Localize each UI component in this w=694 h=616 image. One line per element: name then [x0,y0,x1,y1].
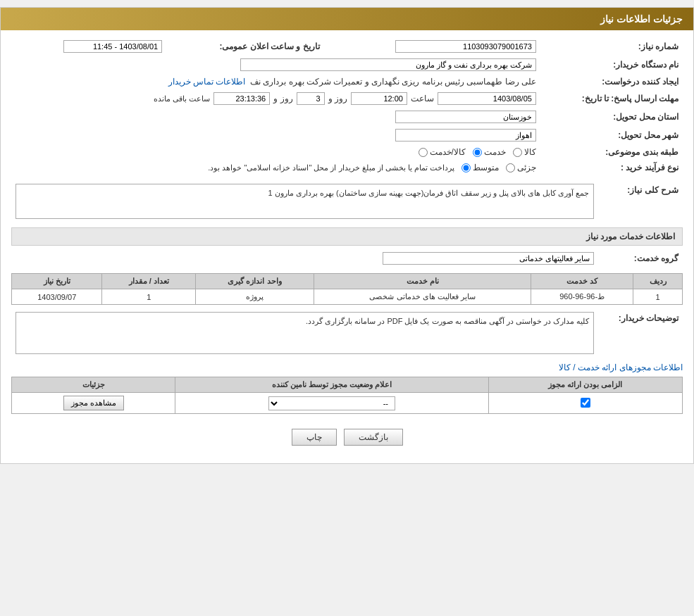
back-button[interactable]: بازگشت [344,429,403,446]
perm-col-required: الزامی بودن ارائه مجوز [488,377,682,393]
category-label: طبقه بندی موضوعی: [540,144,683,160]
category-radio-group: کالا خدمت کالا/خدمت [419,147,536,157]
services-section-header: اطلاعات خدمات مورد نیاز [11,227,683,246]
permits-section-link[interactable]: اطلاعات مجوزهای ارائه خدمت / کالا [559,363,683,372]
services-grid: ردیف کد خدمت نام خدمت واحد اندازه گیری ت… [11,273,683,305]
service-group-table: گروه خدمت: [11,249,683,268]
service-group-label: گروه خدمت: [598,249,683,268]
remaining-label: ساعت باقی مانده [154,94,210,103]
cell-unit: پروژه [195,289,314,305]
purchase-motavset-option[interactable]: متوسط [461,163,499,172]
cell-service-code: ط-96-96-960 [531,289,633,305]
need-number-field[interactable] [395,40,536,53]
send-counter-field[interactable] [213,92,270,105]
table-row: 1 ط-96-96-960 سایر فعالیت های خدماتی شخص… [12,289,683,305]
category-kala-khedmat-option[interactable]: کالا/خدمت [419,147,466,157]
send-date-field[interactable] [438,92,536,105]
cell-service-name: سایر فعالیت های خدماتی شخصی [314,289,531,305]
info-table: شماره نیاز: تاریخ و ساعت اعلان عمومی: نا… [11,37,683,175]
creator-link[interactable]: اطلاعات تماس خریدار [168,77,246,87]
service-group-field[interactable] [383,252,594,265]
need-number-label: شماره نیاز: [540,37,683,56]
description-table: شرح کلی نیاز: جمع آوری کابل های بالای پن… [11,181,683,222]
announce-datetime-label: تاریخ و ساعت اعلان عمومی: [166,37,324,56]
col-service-code: کد خدمت [531,274,633,289]
creator-label: ایجاد کننده درخواست: [540,74,683,89]
buyer-notes-box: کلیه مدارک در خواستی در آگهی مناقصه به ص… [16,312,594,354]
buyer-org-field[interactable] [240,58,536,71]
announce-datetime-field[interactable] [63,40,162,53]
category-khedmat-option[interactable]: خدمت [473,147,506,157]
days-text: روز و [273,94,292,103]
days-label: روز و [328,94,347,103]
send-deadline-label: مهلت ارسال پاسخ: تا تاریخ: [540,89,683,108]
cell-quantity: 1 [102,289,195,305]
time-label: ساعت [411,94,434,103]
description-label: شرح کلی نیاز: [598,181,683,222]
city-label: شهر محل تحویل: [540,126,683,144]
permissions-table: الزامی بودن ارائه مجوز اعلام وضعیت مجوز … [11,377,683,414]
col-quantity: تعداد / مقدار [102,274,195,289]
purchase-note: پرداخت تمام یا بخشی از مبلغ خریدار از مح… [208,163,454,172]
buyer-notes-label: توضیحات خریدار: [598,309,683,357]
perm-col-details: جزئیات [12,377,175,393]
province-label: استان محل تحویل: [540,108,683,126]
perm-required-checkbox[interactable] [581,398,590,408]
province-field[interactable] [395,111,536,123]
perm-col-status: اعلام وضعیت مجوز توسط نامین کننده [175,377,488,393]
cell-date: 1403/09/07 [12,289,102,305]
col-unit: واحد اندازه گیری [195,274,314,289]
city-field[interactable] [395,129,536,142]
button-row: بازگشت چاپ [11,418,683,456]
send-days-field[interactable] [297,92,325,105]
cell-row-num: 1 [633,289,683,305]
col-row-num: ردیف [633,274,683,289]
purchase-type-label: نوع فرآیند خرید : [540,160,683,175]
col-service-name: نام خدمت [314,274,531,289]
creator-text: علی رضا طهماسبی رئیس برنامه ریزی نگهداری… [250,77,536,87]
purchase-jozyi-option[interactable]: جزئی [506,163,536,172]
table-row: -- مشاهده مجوز [12,393,683,414]
buyer-org-label: نام دستگاه خریدار: [540,56,683,74]
print-button[interactable]: چاپ [292,429,337,446]
view-permit-button[interactable]: مشاهده مجوز [63,396,124,410]
col-date: تاریخ نیاز [12,274,102,289]
perm-status-select[interactable]: -- [268,396,395,410]
category-kala-option[interactable]: کالا [513,147,536,157]
send-time-field[interactable] [351,92,407,105]
purchase-type-group: جزئی متوسط پرداخت تمام یا بخشی از مبلغ خ… [208,163,536,172]
description-box: جمع آوری کابل های بالای پنل و زیر سقف ات… [16,184,594,219]
page-title: جزئیات اطلاعات نیاز [1,8,693,30]
buyer-notes-table: توضیحات خریدار: کلیه مدارک در خواستی در … [11,309,683,357]
